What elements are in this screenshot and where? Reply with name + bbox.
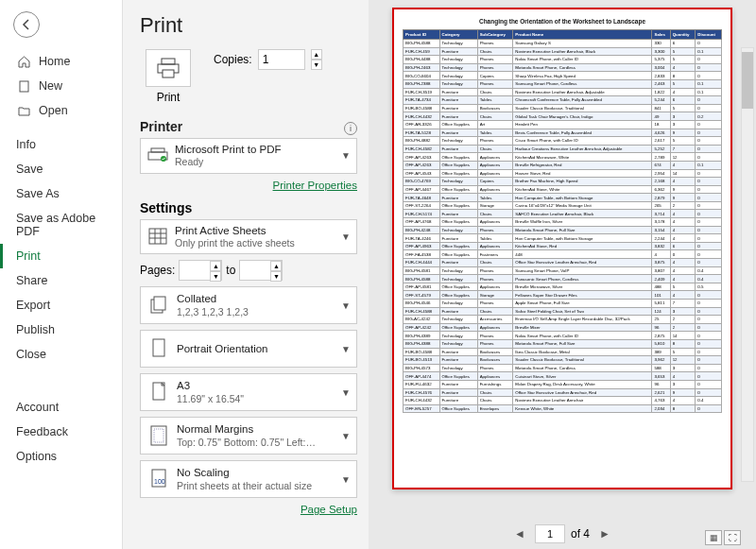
pages-from-input[interactable] xyxy=(180,261,210,280)
scaling-icon: 100 xyxy=(149,468,168,490)
pages-to-input[interactable] xyxy=(240,261,270,280)
table-row: OFF-AP-4474Office SuppliesAppliancesCuis… xyxy=(404,372,722,381)
sidebar-item-print[interactable]: Print xyxy=(0,244,122,268)
page-setup-link[interactable]: Page Setup xyxy=(301,504,357,515)
new-icon xyxy=(16,80,31,93)
svg-rect-0 xyxy=(20,81,28,92)
printer-info-icon[interactable]: i xyxy=(344,122,357,135)
zoom-to-page-button[interactable]: ⛶ xyxy=(724,530,741,545)
table-row: OFF-FA-4538Office SuppliesFasteners44840… xyxy=(404,250,722,259)
sidebar-item-open[interactable]: Open xyxy=(0,98,122,123)
chevron-down-icon: ▼ xyxy=(337,344,351,354)
sheets-icon xyxy=(148,228,167,245)
print-preview-area: Changing the Orientation of the Workshee… xyxy=(369,0,756,549)
back-arrow-icon xyxy=(21,19,32,30)
preview-page-nav: ◄ of 4 ► xyxy=(369,519,756,549)
printer-properties-link[interactable]: Printer Properties xyxy=(273,180,357,191)
svg-rect-3 xyxy=(163,70,174,77)
table-row: FUR-TA-4246FurnitureTablesHon Computer T… xyxy=(404,234,722,243)
sidebar-item-share[interactable]: Share xyxy=(0,268,122,293)
svg-rect-1 xyxy=(162,59,175,64)
sidebar-item-publish[interactable]: Publish xyxy=(0,317,122,342)
sidebar-item-new[interactable]: New xyxy=(0,74,122,98)
sidebar-item-options[interactable]: Options xyxy=(0,444,122,469)
sidebar-item-close[interactable]: Close xyxy=(0,342,122,367)
table-row: BIG-PH-4573TechnologyPhonesMotorola Smar… xyxy=(404,364,722,372)
sidebar-item-save-as[interactable]: Save As xyxy=(0,181,122,206)
chevron-down-icon: ▼ xyxy=(337,387,351,398)
table-row: FUR-BO-4588FurnitureBookcasesIkea Classi… xyxy=(404,348,722,356)
scaling-dropdown[interactable]: 100 No Scaling Print sheets at their act… xyxy=(140,460,357,498)
sidebar-item-account[interactable]: Account xyxy=(0,395,122,420)
home-icon xyxy=(16,56,31,68)
portrait-icon xyxy=(150,337,167,360)
table-row: BIG-PH-4581TechnologyPhonesSamsung Smart… xyxy=(404,266,722,275)
pages-label: Pages: xyxy=(140,264,175,277)
print-button[interactable]: Print xyxy=(140,49,197,104)
preview-page: Changing the Orientation of the Workshee… xyxy=(392,8,732,489)
next-page-button[interactable]: ► xyxy=(595,527,614,540)
backstage-sidebar: HomeNewOpen InfoSaveSave AsSave as Adobe… xyxy=(0,0,123,549)
table-row: BIG-PH-4488TechnologyPhonesNokia Smart P… xyxy=(404,56,722,64)
table-row: OFF-ST-2264Office SuppliesStorageCarina … xyxy=(404,201,722,210)
table-row: OFF-AP-4543Office SuppliesAppliancesHoov… xyxy=(404,169,722,178)
page-current-input[interactable] xyxy=(535,524,565,543)
preview-scrollbar[interactable] xyxy=(741,47,754,482)
printer-device-icon xyxy=(147,147,168,164)
table-row: BIG-PH-4388TechnologyPhonesMotorola Smar… xyxy=(404,339,722,348)
table-row: FUR-CH-4444FurnitureChairsOffice Star Ex… xyxy=(404,259,722,267)
sidebar-item-info[interactable]: Info xyxy=(0,132,122,157)
table-row: FUR-TA-4734FurnitureTablesChromcraft Con… xyxy=(404,96,722,105)
sidebar-item-save[interactable]: Save xyxy=(0,157,122,181)
table-row: BIG-PH-4588TechnologyPhonesPanasonic Sma… xyxy=(404,275,722,283)
sidebar-item-home[interactable]: Home xyxy=(0,49,122,74)
paper-size-dropdown[interactable]: A3 11.69" x 16.54" ▼ xyxy=(140,373,357,411)
table-row: FUR-CH-459FurnitureChairsNovimex Executi… xyxy=(404,47,722,56)
table-row: OFF-ST-4579Office SuppliesStorageFellowe… xyxy=(404,291,722,300)
svg-rect-7 xyxy=(149,229,166,244)
svg-rect-4 xyxy=(151,148,164,152)
collated-icon xyxy=(148,294,169,317)
table-row: OFF-AP-4581Office SuppliesAppliancesBrev… xyxy=(404,283,722,291)
sidebar-item-export[interactable]: Export xyxy=(0,293,122,317)
table-row: FUR-BO-4513FurnitureBookcasesSauder Clas… xyxy=(404,356,722,365)
table-row: OFF-AP-4242Office SuppliesAppliancesBrev… xyxy=(404,323,722,332)
back-button[interactable] xyxy=(13,11,40,38)
settings-heading: Settings xyxy=(140,200,357,215)
copies-input[interactable] xyxy=(258,49,305,70)
table-row: BIG-PH-4248TechnologyPhonesMotorola Smar… xyxy=(404,226,722,234)
printer-heading: Printer xyxy=(140,119,182,134)
copies-down[interactable]: ▼ xyxy=(311,60,322,70)
print-what-dropdown[interactable]: Print Active Sheets Only print the activ… xyxy=(140,219,357,255)
chevron-down-icon: ▼ xyxy=(337,300,351,311)
margins-dropdown[interactable]: Normal Margins Top: 0.75" Bottom: 0.75" … xyxy=(140,417,357,455)
print-button-label: Print xyxy=(140,91,197,104)
table-row: FUR-CH-4432FurnitureChairsNovimex Execut… xyxy=(404,397,722,405)
copies-up[interactable]: ▲ xyxy=(311,49,322,60)
page-total-label: of 4 xyxy=(571,527,590,540)
prev-page-button[interactable]: ◄ xyxy=(510,527,529,540)
table-row: BIG-CO-6604TechnologyCopiersSharp Wirele… xyxy=(404,72,722,80)
sidebar-item-feedback[interactable]: Feedback xyxy=(0,420,122,444)
collation-dropdown[interactable]: Collated 1,2,3 1,2,3 1,2,3 ▼ xyxy=(140,286,357,324)
show-margins-button[interactable]: ▦ xyxy=(705,530,722,545)
page-title: Print xyxy=(140,13,357,38)
svg-text:100: 100 xyxy=(154,478,165,485)
table-row: FUR-CH-3519FurnitureChairsNovimex Execut… xyxy=(404,88,722,96)
print-settings-column: Print Print Copies: ▲ ▼ xyxy=(123,0,369,549)
table-row: BIG-PH-4389TechnologyPhonesNokia Smart P… xyxy=(404,332,722,340)
table-row: FUR-CH-5174FurnitureChairsSAFCO Executiv… xyxy=(404,210,722,218)
svg-rect-14 xyxy=(153,339,164,356)
chevron-down-icon: ▼ xyxy=(337,431,351,441)
page-icon xyxy=(150,381,167,403)
table-row: FUR-CH-4576FurnitureChairsOffice Star Ex… xyxy=(404,388,722,397)
printer-dropdown[interactable]: Microsoft Print to PDF Ready ▼ xyxy=(140,138,357,174)
sidebar-item-save-as-adobe-pdf[interactable]: Save as Adobe PDF xyxy=(0,206,122,244)
open-icon xyxy=(16,105,31,117)
table-row: OFF-AP-4963Office SuppliesAppliancesKitc… xyxy=(404,242,722,250)
orientation-dropdown[interactable]: Portrait Orientation ▼ xyxy=(140,330,357,368)
svg-rect-13 xyxy=(154,297,165,310)
copies-label: Copies: xyxy=(214,53,252,66)
table-row: OFF-AP-4263Office SuppliesAppliancesKitc… xyxy=(404,153,722,162)
margins-icon xyxy=(149,424,168,447)
